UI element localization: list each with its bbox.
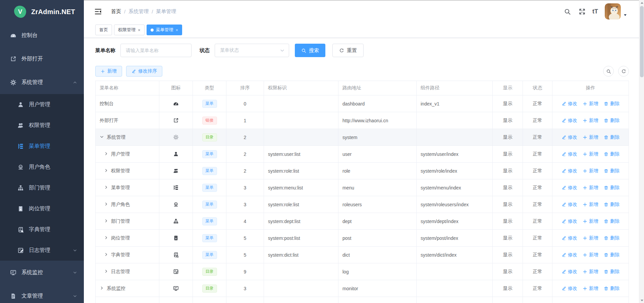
edit-row-link[interactable]: 修改: [561, 252, 577, 258]
tab-permission-management[interactable]: 权限管理 ×: [114, 25, 145, 35]
sidebar-item-dictionary-management[interactable]: 字典管理: [0, 219, 84, 240]
menu-name-input[interactable]: [120, 44, 192, 57]
table-row[interactable]: 日志管理 目录 9 log 显示 正常 修改 新增 删除: [96, 263, 629, 280]
delete-row-link[interactable]: 删除: [604, 185, 620, 191]
table-row[interactable]: 菜单管理 菜单 3 system:menu:list menu system/m…: [96, 179, 629, 196]
delete-row-link[interactable]: 删除: [604, 286, 620, 292]
user-avatar[interactable]: [605, 3, 621, 19]
edit-row-link[interactable]: 修改: [561, 286, 577, 292]
edit-row-link[interactable]: 修改: [561, 235, 577, 241]
sidebar-item-system-monitor[interactable]: 系统监控: [0, 261, 84, 284]
add-menu-button[interactable]: 新增: [95, 66, 122, 77]
close-tab-icon[interactable]: ×: [138, 28, 141, 32]
breadcrumb-home[interactable]: 首页: [111, 8, 121, 15]
close-tab-icon[interactable]: ×: [176, 28, 178, 32]
expand-row-icon[interactable]: [104, 202, 109, 207]
delete-row-link[interactable]: 删除: [604, 269, 620, 275]
table-row[interactable]: 部门管理 菜单 4 system:dept:list dept system/d…: [96, 213, 629, 230]
table-row[interactable]: 用户角色 菜单 3 system:role:list roleusers sys…: [96, 196, 629, 213]
sidebar-item-user-management[interactable]: 用户管理: [0, 94, 84, 115]
tab-home[interactable]: 首页: [95, 25, 112, 35]
add-row-link[interactable]: 新增: [583, 134, 598, 140]
page-scrollbar[interactable]: [639, 0, 644, 303]
edit-row-link[interactable]: 修改: [561, 218, 577, 224]
delete-row-link[interactable]: 删除: [604, 151, 620, 157]
table-row[interactable]: 系统监控 目录 3 monitor 显示 正常 修改 新增 删除: [96, 280, 629, 297]
edit-row-link[interactable]: 修改: [561, 101, 577, 107]
expand-row-icon[interactable]: [104, 235, 109, 241]
collapse-row-icon[interactable]: [100, 135, 105, 140]
sidebar-item-post-management[interactable]: 岗位管理: [0, 198, 84, 219]
sidebar-item-log-management[interactable]: 日志管理: [0, 240, 84, 261]
caret-down-icon[interactable]: [623, 13, 627, 17]
scroll-up-arrow[interactable]: [639, 0, 644, 5]
table-row[interactable]: 字典管理 菜单 5 system:dict:list dict system/d…: [96, 247, 629, 263]
sidebar-item-external-open[interactable]: 外部打开: [0, 47, 84, 71]
delete-row-link[interactable]: 删除: [604, 202, 620, 208]
sidebar-item-system-management[interactable]: 系统管理: [0, 71, 84, 94]
delete-row-link[interactable]: 删除: [604, 101, 620, 107]
table-row[interactable]: 权限管理 菜单 2 system:role:list role system/r…: [96, 163, 629, 179]
sidebar-item-menu-management[interactable]: 菜单管理: [0, 136, 84, 157]
add-row-link[interactable]: 新增: [583, 202, 598, 208]
edit-row-link[interactable]: 修改: [561, 202, 577, 208]
edit-row-link[interactable]: 修改: [561, 151, 577, 157]
edit-row-link[interactable]: 修改: [561, 168, 577, 174]
delete-row-link[interactable]: 删除: [604, 168, 620, 174]
tab-menu-management[interactable]: 菜单管理 ×: [147, 25, 182, 35]
delete-row-link[interactable]: 删除: [604, 235, 620, 241]
expand-row-icon[interactable]: [104, 152, 109, 157]
sidebar-item-user-roles[interactable]: 用户角色: [0, 157, 84, 177]
plus-icon: [583, 152, 587, 157]
edit-row-link[interactable]: 修改: [561, 118, 577, 124]
add-row-link[interactable]: 新增: [583, 101, 598, 107]
cell-type: 菜单: [193, 196, 226, 213]
cell-type: 菜单: [193, 247, 226, 263]
expand-row-icon[interactable]: [104, 185, 109, 190]
table-row[interactable]: 系统管理 目录 2 system 显示 正常 修改 新增 删除: [96, 129, 629, 146]
search-button[interactable]: 搜索: [295, 44, 325, 57]
expand-row-icon[interactable]: [100, 286, 105, 291]
add-row-link[interactable]: 新增: [583, 286, 598, 292]
delete-row-link[interactable]: 删除: [604, 118, 620, 124]
table-row[interactable]: 外部打开 链接 1 http://www.izhaorui.cn 显示 正常 修…: [96, 112, 629, 129]
scrollbar-thumb[interactable]: [640, 6, 644, 77]
expand-row-icon[interactable]: [104, 252, 109, 257]
delete-row-link[interactable]: 删除: [604, 252, 620, 258]
font-size-icon[interactable]: tT: [592, 8, 598, 14]
table-row[interactable]: 用户管理 菜单 2 system:user:list user system/u…: [96, 146, 629, 163]
sidebar-item-dashboard[interactable]: 控制台: [0, 24, 84, 47]
scroll-down-arrow[interactable]: [639, 298, 644, 303]
show-search-button[interactable]: [603, 66, 614, 77]
delete-row-link[interactable]: 删除: [604, 134, 620, 140]
sidebar-collapse-icon[interactable]: [94, 8, 102, 15]
delete-row-link[interactable]: 删除: [604, 218, 620, 224]
cell-component-path: system/user/index: [417, 146, 493, 162]
edit-sort-button[interactable]: 修改排序: [126, 66, 162, 77]
add-row-link[interactable]: 新增: [583, 185, 598, 191]
table-row[interactable]: 岗位管理 菜单 5 system:post:list post system/p…: [96, 230, 629, 247]
search-icon[interactable]: [564, 8, 571, 15]
breadcrumb-system[interactable]: 系统管理: [128, 8, 149, 15]
expand-row-icon[interactable]: [104, 168, 109, 173]
table-row[interactable]: 控制台 菜单 0 dashboard index_v1 显示 正常 修改 新增 …: [96, 95, 629, 112]
add-row-link[interactable]: 新增: [583, 168, 598, 174]
expand-row-icon[interactable]: [104, 219, 109, 224]
fullscreen-icon[interactable]: [579, 8, 586, 15]
add-row-link[interactable]: 新增: [583, 235, 598, 241]
menu-status-select[interactable]: 菜单状态: [215, 44, 289, 57]
add-row-link[interactable]: 新增: [583, 218, 598, 224]
edit-row-link[interactable]: 修改: [561, 269, 577, 275]
edit-row-link[interactable]: 修改: [561, 185, 577, 191]
add-row-link[interactable]: 新增: [583, 269, 598, 275]
refresh-table-button[interactable]: [618, 66, 629, 77]
add-row-link[interactable]: 新增: [583, 118, 598, 124]
reset-button[interactable]: 重置: [332, 44, 364, 57]
sidebar-item-article-management[interactable]: 文章管理: [0, 284, 84, 303]
sidebar-item-department-management[interactable]: 部门管理: [0, 177, 84, 198]
add-row-link[interactable]: 新增: [583, 252, 598, 258]
add-row-link[interactable]: 新增: [583, 151, 598, 157]
expand-row-icon[interactable]: [104, 269, 109, 274]
edit-row-link[interactable]: 修改: [561, 134, 577, 140]
sidebar-item-permission-management[interactable]: 权限管理: [0, 115, 84, 136]
